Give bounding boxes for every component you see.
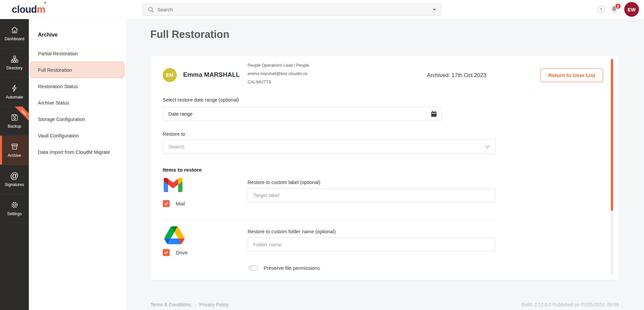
rail-item-signatures[interactable]: @ Signatures [0,165,29,194]
drive-checkbox[interactable] [163,249,170,256]
logo-dot [44,2,46,4]
card-scrollbar-thumb[interactable] [611,59,613,211]
section-divider [163,220,496,220]
cloudm-logo[interactable]: cloudm [12,4,45,15]
org-icon [10,55,19,63]
rail-label: Settings [7,211,21,216]
custom-label-label: Restore to custom label (optional) [248,180,320,185]
restore-to-input[interactable] [168,144,485,149]
user-role: People Operations Lead | People [248,61,309,70]
target-label-field[interactable] [248,188,496,202]
drive-label: Drive [176,250,187,255]
user-menu-avatar[interactable]: EW [624,2,639,17]
logo-text-cloud: cloud [12,4,37,15]
rail-label: Directory [6,66,22,70]
topbar: cloudm ? 2 EW [0,0,644,19]
toggle-knob [250,266,253,269]
avatar: EM [163,68,177,82]
footer: Terms & Conditions · Privacy Policy Buil… [150,302,619,307]
privacy-link[interactable]: Privacy Policy [199,302,228,307]
rail-label: Automate [6,95,23,100]
sidebar-item-partial-restoration[interactable]: Partial Restoration [29,45,126,62]
drive-checkbox-row: Drive [163,249,187,256]
global-search[interactable] [143,3,441,16]
footer-links: Terms & Conditions · Privacy Policy [150,302,228,307]
terms-link[interactable]: Terms & Conditions [150,302,191,307]
topbar-actions: ? 2 EW [597,0,639,19]
rail-label: Signatures [5,182,24,187]
rail-item-dashboard[interactable]: Dashboard [0,19,29,48]
sidebar-item-archive-status[interactable]: Archive Status [29,95,126,111]
folder-name-field[interactable] [248,238,496,251]
date-range-field[interactable] [163,107,442,121]
mail-label: Mail [176,201,185,206]
search-dropdown-caret-icon[interactable] [433,9,436,11]
rail-item-directory[interactable]: Directory [0,48,29,77]
main-content: Full Restoration EM Emma MARSHALL People… [126,19,644,310]
items-to-restore-heading: Items to restore [163,167,202,173]
logo-text-m: m [37,4,45,15]
archive-icon [10,142,19,151]
user-org: CALIMUTTS [248,78,309,86]
build-info: Build: 2.12.0.0 Published on 07/05/2024,… [521,302,619,307]
floppy-icon [10,113,19,122]
rail-item-automate[interactable]: Automate [0,77,29,107]
global-search-input[interactable] [157,7,429,12]
archived-date: Archived: 17th Oct 2023 [427,71,486,79]
rail-item-archive[interactable]: Archive [0,136,29,165]
at-icon: @ [10,172,19,180]
archive-subnav: Archive Partial Restoration Full Restora… [29,19,126,310]
card-scrollbar-track[interactable] [611,59,613,274]
rail-item-backup[interactable]: new Backup [0,107,29,136]
restoration-card: EM Emma MARSHALL People Operations Lead … [150,55,619,281]
user-name: Emma MARSHALL [183,70,240,79]
rail-item-settings[interactable]: Settings [0,194,29,223]
gear-icon [10,201,19,209]
check-icon [164,201,169,206]
chevron-down-icon[interactable] [485,145,490,148]
rail-label: Backup [8,124,21,129]
custom-folder-label: Restore to custom folder name (optional) [248,229,336,234]
primary-nav-rail: Dashboard Directory Automate [0,19,29,310]
date-range-label: Select restore date range (optional) [163,97,239,103]
google-drive-icon [164,226,184,244]
date-range-input[interactable] [168,111,431,117]
return-to-user-list-button[interactable]: Return to User List [540,68,603,82]
check-icon [164,250,169,255]
bolt-icon [10,84,19,92]
preserve-permissions-row: Preserve file permissions [249,265,320,271]
user-info: People Operations Lead | People emma.mar… [248,61,309,86]
rail-label: Dashboard [5,37,24,41]
folder-name-input[interactable] [253,242,490,247]
restore-to-label: Restore to [163,131,185,137]
footer-separator: · [194,302,196,307]
sidebar-item-data-import[interactable]: Data Import from CloudM Migrate [29,144,126,160]
rail-label: Archive [8,153,21,158]
sidebar-item-storage-configuration[interactable]: Storage Configuration [29,111,126,127]
mail-checkbox-row: Mail [163,200,185,207]
gmail-icon [164,178,182,192]
home-icon [10,26,19,34]
notification-badge: 2 [615,3,621,9]
restore-to-select[interactable] [163,139,496,154]
active-indicator-bar [0,136,2,165]
preserve-permissions-toggle[interactable] [249,265,258,270]
sidebar-item-vault-configuration[interactable]: Vault Configuration [29,127,126,144]
body-layout: Dashboard Directory Automate [0,19,644,310]
user-email: emma.marshall@test.cloudm.co [248,70,309,78]
preserve-permissions-label: Preserve file permissions [264,265,320,271]
search-icon [148,6,154,13]
page-title: Full Restoration [150,27,619,42]
mail-checkbox[interactable] [163,200,170,207]
subnav-heading: Archive [38,32,126,38]
sidebar-item-full-restoration[interactable]: Full Restoration [30,62,124,78]
calendar-icon[interactable] [431,111,437,117]
notifications-button[interactable]: 2 [610,5,619,14]
target-label-input[interactable] [253,192,490,198]
sidebar-item-restoration-status[interactable]: Restoration Status [29,78,126,95]
help-icon[interactable]: ? [597,6,605,13]
